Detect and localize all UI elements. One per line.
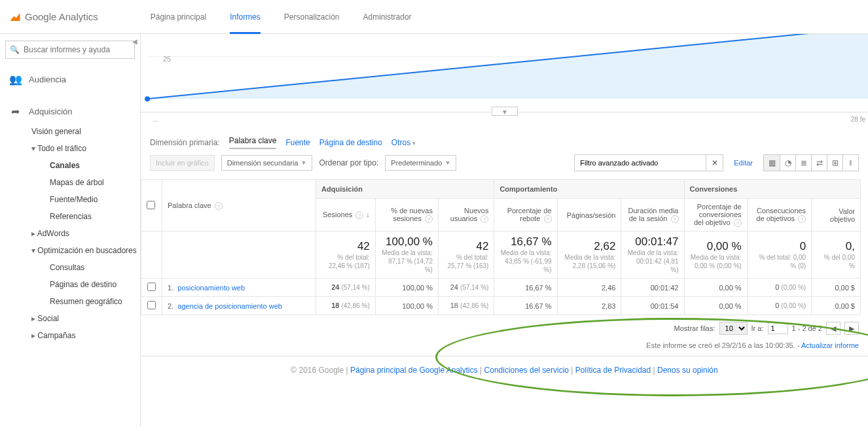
- topnav: Página principal Informes Personalizació…: [151, 0, 412, 33]
- sidebar-geo-summary[interactable]: Resumen geográfico: [0, 293, 140, 310]
- chart-y-tick: 25: [163, 55, 171, 63]
- sidebar-campaigns[interactable]: Campañas: [0, 327, 140, 344]
- sidebar-overview[interactable]: Visión general: [0, 123, 140, 140]
- topnav-custom[interactable]: Personalización: [284, 0, 340, 33]
- report-table-wrap: Palabra clave ? Adquisición Comportamien…: [141, 179, 868, 315]
- sidebar-acquisition[interactable]: ➦ Adquisición: [0, 100, 140, 123]
- help-icon[interactable]: ?: [215, 202, 223, 210]
- chevron-down-icon: ▼: [301, 160, 307, 166]
- layout: ◀ 🔍 👥 Audiencia ➦ Adquisición Visión gen…: [0, 34, 868, 426]
- footer-privacy-link[interactable]: Política de Privacidad: [575, 366, 651, 375]
- svg-point-3: [145, 96, 150, 101]
- brand-text: Google Analytics: [25, 11, 98, 22]
- include-chart-button: Incluir en gráfico: [150, 155, 215, 171]
- logo[interactable]: Google Analytics: [9, 11, 98, 23]
- table-row: 1. posicionamiento web 24 (57,14 %) 100,…: [141, 279, 861, 297]
- sidebar-treemaps[interactable]: Mapas de árbol: [0, 174, 140, 191]
- secondary-dimension-dropdown[interactable]: Dimensión secundaria▼: [221, 155, 313, 171]
- select-all-checkbox[interactable]: [147, 201, 155, 209]
- keyword-link[interactable]: agencia de posicionamiento web: [177, 302, 282, 310]
- sidebar-queries[interactable]: Consultas: [0, 259, 140, 276]
- svg-marker-1: [147, 34, 868, 99]
- totals-row: 42% del total: 22,46 % (187) 100,00 %Med…: [141, 232, 861, 279]
- col-pages[interactable]: Páginas/sesión: [567, 211, 616, 219]
- primary-dim-others[interactable]: Otros: [391, 138, 416, 147]
- view-switcher: ▦ ◔ ≣ ⇄ ⊞ ⦀: [763, 154, 859, 171]
- group-conversions: Conversiones: [684, 180, 861, 199]
- rows-per-page-select[interactable]: 10: [719, 322, 748, 335]
- view-table-icon[interactable]: ▦: [764, 155, 780, 171]
- primary-dim-landing[interactable]: Página de destino: [319, 138, 382, 147]
- refresh-report-link[interactable]: Actualizar informe: [801, 341, 859, 349]
- footer-terms-link[interactable]: Condiciones del servicio: [484, 366, 569, 375]
- primary-dim-keyword[interactable]: Palabra clave: [229, 136, 277, 149]
- prev-page-button[interactable]: ◀: [826, 322, 841, 335]
- col-keyword[interactable]: Palabra clave: [168, 201, 211, 209]
- audience-icon: 👥: [9, 73, 21, 86]
- sidebar-social[interactable]: Social: [0, 310, 140, 327]
- sidebar-landing-pages[interactable]: Páginas de destino: [0, 276, 140, 293]
- row-checkbox[interactable]: [147, 283, 156, 291]
- report-timestamp: Este informe se creó el 29/2/16 a las 10…: [141, 341, 868, 356]
- sort-type-dropdown[interactable]: Predeterminado▼: [385, 155, 456, 171]
- filters-row: Incluir en gráfico Dimensión secundaria▼…: [141, 154, 868, 179]
- topnav-home[interactable]: Página principal: [151, 0, 206, 33]
- group-acquisition: Adquisición: [316, 180, 494, 199]
- goto-input[interactable]: [768, 322, 788, 334]
- topnav-reports[interactable]: Informes: [230, 0, 261, 33]
- footer-home-link[interactable]: Página principal de Google Analytics: [350, 366, 478, 375]
- sidebar-adwords[interactable]: AdWords: [0, 225, 140, 242]
- view-pivot-icon[interactable]: ⊞: [827, 155, 842, 171]
- footer: © 2016 Google | Página principal de Goog…: [141, 356, 868, 384]
- chevron-down-icon: ▼: [444, 160, 450, 166]
- next-page-button[interactable]: ▶: [844, 322, 859, 335]
- line-chart: [141, 34, 868, 112]
- view-bar-icon[interactable]: ≣: [795, 155, 811, 171]
- topnav-admin[interactable]: Administrador: [363, 0, 412, 33]
- chart-area: 25 ▾: [141, 34, 868, 112]
- sidebar-collapse-icon[interactable]: ◀: [132, 38, 139, 50]
- search-box[interactable]: 🔍: [5, 41, 135, 59]
- sidebar-audience[interactable]: 👥 Audiencia: [0, 68, 140, 91]
- sidebar-acquisition-label: Adquisición: [29, 107, 73, 116]
- sidebar-channels[interactable]: Canales: [0, 157, 140, 174]
- sidebar-all-traffic[interactable]: Todo el tráfico: [0, 140, 140, 157]
- table-row: 2. agencia de posicionamiento web 18 (42…: [141, 297, 861, 315]
- sort-arrow-icon[interactable]: ↓: [366, 211, 370, 218]
- search-icon: 🔍: [10, 45, 20, 54]
- sidebar-source-medium[interactable]: Fuente/Medio: [0, 191, 140, 208]
- view-compare-icon[interactable]: ⇄: [811, 155, 827, 171]
- topbar: Google Analytics Página principal Inform…: [0, 0, 868, 34]
- sidebar: ◀ 🔍 👥 Audiencia ➦ Adquisición Visión gen…: [0, 34, 141, 426]
- view-pie-icon[interactable]: ◔: [780, 155, 795, 171]
- pagination: Mostrar filas: 10 Ir a: 1 - 2 de 2 ◀ ▶: [141, 315, 868, 341]
- chart-x-end: 28 fe: [851, 116, 865, 123]
- advanced-filter: ✕: [574, 154, 723, 171]
- sort-type-label: Ordenar por tipo:: [319, 158, 378, 167]
- acquisition-icon: ➦: [9, 105, 21, 118]
- page-range: 1 - 2 de 2: [792, 324, 822, 332]
- row-checkbox[interactable]: [147, 301, 156, 309]
- group-behavior: Comportamiento: [494, 180, 684, 199]
- search-input[interactable]: [24, 45, 130, 54]
- goto-label: Ir a:: [751, 324, 764, 332]
- rows-per-page-label: Mostrar filas:: [674, 324, 715, 332]
- primary-dim-label: Dimensión primaria:: [150, 138, 220, 147]
- col-value[interactable]: Valor objetivo: [830, 207, 855, 223]
- keyword-link[interactable]: posicionamiento web: [177, 284, 245, 292]
- main: 25 ▾ ... 28 fe Dimensión primaria: Palab…: [141, 34, 868, 426]
- advanced-filter-input[interactable]: [575, 159, 706, 167]
- col-sessions[interactable]: Sesiones: [323, 211, 352, 218]
- primary-dim-fuente[interactable]: Fuente: [285, 138, 310, 147]
- sidebar-seo[interactable]: Optimización en buscadores: [0, 242, 140, 259]
- edit-filter-link[interactable]: Editar: [734, 159, 753, 167]
- chart-x-start: ...: [153, 116, 158, 123]
- footer-feedback-link[interactable]: Denos su opinión: [657, 366, 718, 375]
- sidebar-audience-label: Audiencia: [29, 75, 66, 84]
- view-cloud-icon[interactable]: ⦀: [842, 155, 858, 171]
- clear-filter-icon[interactable]: ✕: [706, 155, 723, 171]
- sidebar-referrals[interactable]: Referencias: [0, 208, 140, 225]
- report-table: Palabra clave ? Adquisición Comportamien…: [141, 179, 861, 315]
- primary-dimension-row: Dimensión primaria: Palabra clave Fuente…: [141, 124, 868, 154]
- analytics-logo-icon: [9, 11, 21, 23]
